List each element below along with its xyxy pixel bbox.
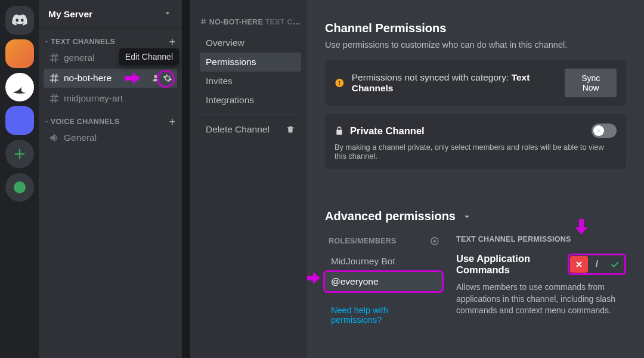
private-title: Private Channel xyxy=(350,125,425,137)
channel-settings: NO-BOT-HERE TEXT CHAN… Overview Permissi… xyxy=(190,0,644,358)
settings-tab-permissions[interactable]: Permissions xyxy=(200,53,301,72)
label: Delete Channel xyxy=(206,124,270,135)
settings-tab-integrations[interactable]: Integrations xyxy=(200,91,301,110)
edit-channel-tooltip: Edit Channel xyxy=(119,48,179,65)
server-rail xyxy=(0,0,39,358)
category-text-channels[interactable]: TEXT CHANNELS xyxy=(39,29,182,48)
add-channel-icon[interactable] xyxy=(168,37,177,47)
label: Advanced permissions xyxy=(325,209,456,223)
gear-icon[interactable] xyxy=(163,73,172,83)
category-label: TEXT CHANNELS xyxy=(51,38,115,46)
chevron-down-icon xyxy=(44,39,49,45)
add-role-icon[interactable] xyxy=(430,236,439,246)
home-server-icon[interactable] xyxy=(5,6,34,35)
hash-icon xyxy=(48,72,60,84)
divider xyxy=(182,0,190,358)
voice-channel-general[interactable]: General xyxy=(44,128,177,147)
channel-name: midjourney-art xyxy=(64,93,172,104)
role-everyone[interactable]: @everyone xyxy=(325,272,442,291)
channel-sidebar: My Server TEXT CHANNELS general no-bot-h… xyxy=(39,0,182,358)
create-invite-icon[interactable] xyxy=(151,73,160,83)
chevron-down-icon xyxy=(44,119,49,125)
speaker-icon xyxy=(48,132,60,144)
permissions-help-link[interactable]: Need help with permissions? xyxy=(325,302,442,328)
annotation-arrow xyxy=(125,72,140,84)
page-title: Channel Permissions xyxy=(325,21,626,35)
channel-midjourney-art[interactable]: midjourney-art xyxy=(44,89,177,108)
sync-now-button[interactable]: Sync Now xyxy=(565,69,617,97)
chevron-down-icon xyxy=(462,211,472,222)
divider xyxy=(201,115,300,115)
category-label: VOICE CHANNELS xyxy=(51,118,119,126)
server-orange-icon[interactable] xyxy=(5,39,34,68)
x-icon xyxy=(574,260,584,269)
category-voice-channels[interactable]: VOICE CHANNELS xyxy=(39,109,182,128)
server-midjourney-icon[interactable] xyxy=(5,73,34,101)
permission-deny-button[interactable] xyxy=(570,256,588,273)
sync-text: Permissions not synced with category: Te… xyxy=(352,72,558,94)
settings-content: Channel Permissions Use permissions to c… xyxy=(307,0,644,358)
permission-allow-button[interactable] xyxy=(606,256,624,273)
hash-icon xyxy=(200,18,207,25)
permission-description: Allows members to use commands from appl… xyxy=(456,282,626,317)
perm-section-heading: TEXT CHANNEL PERMISSIONS xyxy=(456,235,626,243)
settings-tab-invites[interactable]: Invites xyxy=(200,72,301,91)
roles-members-header: ROLES/MEMBERS xyxy=(325,235,442,252)
private-channel-card: Private Channel By making a channel priv… xyxy=(325,114,626,169)
hash-icon xyxy=(48,92,60,104)
sync-card: Permissions not synced with category: Te… xyxy=(325,60,626,106)
add-server-button[interactable] xyxy=(5,140,34,168)
permission-neutral-button[interactable]: / xyxy=(588,256,606,273)
server-header[interactable]: My Server xyxy=(39,0,182,29)
server-name: My Server xyxy=(48,9,92,20)
private-description: By making a channel private, only select… xyxy=(335,143,617,161)
private-toggle[interactable] xyxy=(592,124,617,138)
annotation-arrow xyxy=(575,219,587,234)
lock-icon xyxy=(335,126,344,135)
add-channel-icon[interactable] xyxy=(168,117,177,126)
trash-icon xyxy=(286,125,295,134)
channel-name: General xyxy=(64,132,172,143)
permission-name: Use Application Commands xyxy=(456,253,568,276)
settings-sidebar: NO-BOT-HERE TEXT CHAN… Overview Permissi… xyxy=(190,0,307,358)
x-icon xyxy=(595,127,602,134)
chevron-down-icon xyxy=(163,8,172,20)
settings-tab-overview[interactable]: Overview xyxy=(200,33,301,53)
page-subtitle: Use permissions to customize who can do … xyxy=(325,40,626,50)
server-blurple-icon[interactable] xyxy=(5,106,34,135)
warning-icon xyxy=(335,78,345,88)
explore-servers-button[interactable] xyxy=(5,173,34,202)
settings-delete-channel[interactable]: Delete Channel xyxy=(200,120,301,139)
role-midjourney-bot[interactable]: MidJourney Bot xyxy=(325,252,442,271)
annotation-arrow xyxy=(307,272,320,284)
check-icon xyxy=(609,259,620,270)
hash-icon xyxy=(48,52,60,64)
channel-no-bot-here[interactable]: no-bot-here Edit Channel xyxy=(44,69,177,88)
settings-breadcrumb: NO-BOT-HERE TEXT CHAN… xyxy=(200,18,304,26)
permission-tristate: / xyxy=(568,254,626,275)
